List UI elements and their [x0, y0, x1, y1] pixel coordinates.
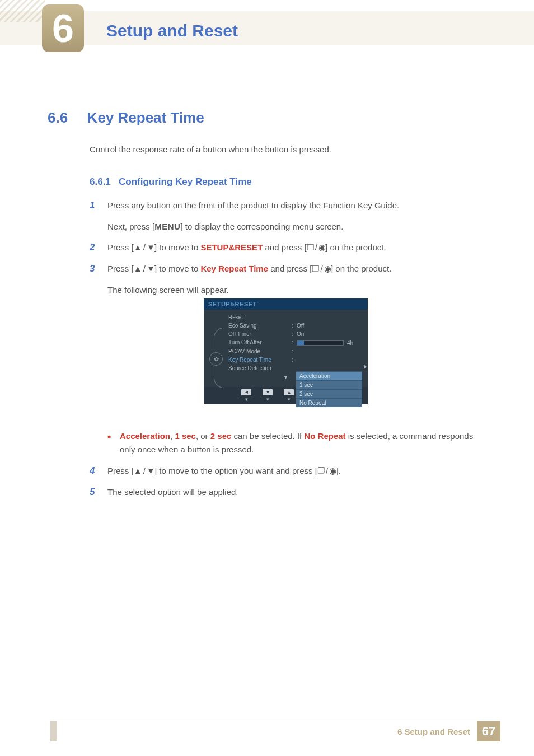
hatch-decoration	[0, 0, 45, 22]
section-heading: 6.6 Key Repeat Time	[48, 109, 204, 127]
bullet-note: • Acceleration, 1 sec, or 2 sec can be s…	[107, 430, 481, 456]
dropdown-item: Acceleration	[296, 371, 362, 380]
dropdown-item: 2 sec	[296, 389, 362, 398]
osd-val-offtimer: On	[297, 331, 368, 337]
chapter-number: 6	[52, 6, 74, 51]
right-arrow-icon	[364, 365, 367, 369]
step-number-5: 5	[90, 484, 107, 500]
osd-row-keyrepeat: Key Repeat Time	[228, 357, 289, 363]
osd-row-turnoff: Turn Off After	[228, 339, 289, 346]
subsection-heading: 6.6.1 Configuring Key Repeat Time	[90, 176, 252, 188]
dropdown-item: No Repeat	[296, 398, 362, 407]
step3-line2: The following screen will appear.	[107, 283, 481, 297]
step-number-3: 3	[90, 261, 107, 276]
enter-icon: ❐ / ◉	[307, 242, 326, 252]
nav-up-icon: ▲	[284, 389, 294, 395]
dropdown-item: 1 sec	[296, 380, 362, 389]
step4-body: Press [▲ / ▼] to move to the option you …	[107, 464, 481, 478]
step5-body: The selected option will be applied.	[107, 486, 481, 499]
step1-line2: Next, press [MENU] to display the corres…	[107, 220, 481, 234]
nav-left-icon: ◄	[241, 389, 251, 395]
section-title: Key Repeat Time	[87, 109, 204, 126]
step3-target: Key Repeat Time	[200, 264, 268, 273]
step-number-4: 4	[90, 463, 107, 478]
osd-screenshot: SETUP&RESET ✿ Reset Eco Saving:Off Off T…	[204, 298, 368, 404]
osd-dropdown: Acceleration 1 sec 2 sec No Repeat	[296, 371, 362, 407]
step1-line1: Press any button on the front of the pro…	[107, 199, 481, 212]
step3-line1: Press [▲ / ▼] to move to Key Repeat Time…	[107, 262, 481, 276]
section-number: 6.6	[48, 109, 68, 126]
step2-body: Press [▲ / ▼] to move to SETUP&RESET and…	[107, 241, 481, 254]
gear-icon: ✿	[209, 352, 223, 366]
page-footer: 6 Setup and Reset 67	[0, 721, 534, 741]
osd-title: SETUP&RESET	[204, 298, 368, 310]
bullet-icon: •	[107, 432, 120, 456]
enter-icon: ❐ / ◉	[312, 264, 331, 273]
nav-down-icon: ▼	[263, 389, 273, 395]
updown-icon: ▲ / ▼	[134, 242, 154, 252]
enter-icon: ❐ / ◉	[317, 466, 336, 475]
step-number-1: 1	[90, 198, 107, 213]
chapter-badge: 6	[42, 4, 84, 52]
osd-row-reset: Reset	[228, 314, 289, 320]
step-number-2: 2	[90, 240, 107, 255]
subsection-title: Configuring Key Repeat Time	[119, 176, 252, 187]
menu-label: MENU	[154, 222, 180, 231]
osd-row-eco: Eco Saving	[228, 323, 289, 329]
slider-track	[297, 340, 344, 346]
step2-target: SETUP&RESET	[200, 242, 263, 252]
subsection-number: 6.6.1	[90, 176, 111, 187]
page-number: 67	[477, 721, 500, 741]
osd-val-eco: Off	[297, 323, 368, 329]
updown-icon: ▲ / ▼	[134, 466, 154, 475]
footer-chapter-label: 6 Setup and Reset	[397, 727, 470, 736]
osd-row-source: Source Detection	[228, 365, 289, 371]
osd-row-offtimer: Off Timer	[228, 331, 289, 337]
chapter-title: Setup and Reset	[106, 21, 238, 40]
updown-icon: ▲ / ▼	[134, 264, 154, 273]
osd-val-turnoff: 4h	[347, 340, 353, 346]
section-intro: Control the response rate of a button wh…	[90, 144, 481, 154]
osd-row-pcav: PC/AV Mode	[228, 348, 289, 354]
